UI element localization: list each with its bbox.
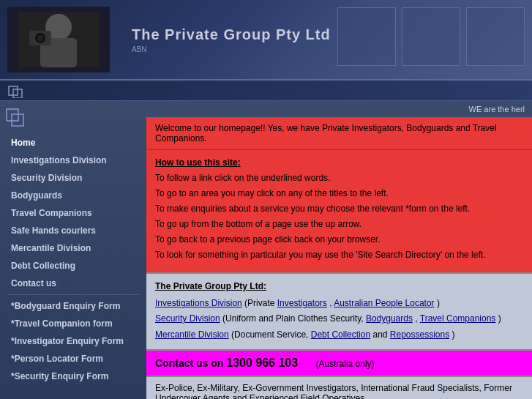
contact-label: Contact us on — [155, 357, 223, 369]
logo-image — [18, 12, 99, 67]
header-logo — [7, 7, 110, 72]
main-layout: Home Investigations Division Security Di… — [0, 101, 532, 399]
sidebar-item-investigator-form[interactable]: *Investigator Enquiry Form — [0, 332, 146, 350]
header-deco-box-2 — [402, 7, 460, 66]
links-mercantile: Mercantile Division (Document Service, D… — [155, 328, 523, 342]
link-mercantile-div[interactable]: Mercantile Division — [155, 329, 229, 340]
sidebar-item-bodyguard-form[interactable]: *Bodyguard Enquiry Form — [0, 297, 146, 315]
contact-section: Contact us on 1300 966 103 (Australia on… — [146, 351, 532, 377]
contact-phone: 1300 966 103 — [226, 357, 301, 369]
content-area: WE are the herl Welcome to our homepage!… — [146, 101, 532, 399]
sidebar-item-safe-hands[interactable]: Safe Hands couriers — [0, 222, 146, 239]
marquee-bar: WE are the herl — [146, 101, 532, 117]
marquee-text: WE are the herl — [469, 105, 525, 113]
sidebar-frame-deco — [6, 108, 141, 130]
footer-text: Ex-Police, Ex-Military, Ex-Government In… — [155, 383, 512, 399]
svg-rect-8 — [7, 109, 18, 121]
howto-line-3: To make enquiries about a service you ma… — [155, 202, 523, 215]
sidebar-item-security[interactable]: Security Division — [0, 169, 146, 187]
link-travel-companions[interactable]: Travel Companions — [420, 313, 496, 324]
sidebar-item-bodyguards[interactable]: Bodyguards — [0, 187, 146, 204]
links-section: The Private Group Pty Ltd: Investigation… — [146, 274, 532, 351]
link-people-locator[interactable]: Australian People Locator — [334, 298, 434, 308]
link-bodyguards[interactable]: Bodyguards — [366, 313, 413, 324]
nav-bar — [0, 81, 532, 101]
howto-line-4: To go up from the bottom of a page use t… — [155, 217, 523, 231]
links-investigations: Investigations Division (Private Investi… — [155, 297, 523, 310]
header-decorations — [337, 7, 525, 66]
links-security: Security Division (Uniform and Plain Clo… — [155, 312, 523, 326]
sidebar-divider — [7, 294, 139, 295]
sidebar-item-security-form[interactable]: *Security Enquiry Form — [0, 368, 146, 385]
sidebar-item-person-locator[interactable]: *Person Locator Form — [0, 350, 146, 368]
header-deco-box-3 — [466, 7, 525, 66]
svg-point-5 — [37, 35, 43, 41]
welcome-text: Welcome to our homepage!! Yes, we have P… — [155, 123, 497, 143]
footer-section: Ex-Police, Ex-Military, Ex-Government In… — [146, 377, 532, 399]
link-investigators[interactable]: Investigators — [277, 298, 327, 308]
howto-section: How to use this site: To follow a link c… — [146, 150, 532, 274]
link-debt-collection[interactable]: Debt Collection — [311, 329, 370, 340]
howto-title: How to use this site: — [155, 156, 523, 169]
sidebar-item-home[interactable]: Home — [0, 134, 146, 152]
sidebar-item-travel-form[interactable]: *Travel Companion form — [0, 315, 146, 332]
sidebar-item-travel-companions[interactable]: Travel Companions — [0, 204, 146, 222]
link-security-div[interactable]: Security Division — [155, 313, 220, 324]
sidebar-item-debt-collecting[interactable]: Debt Collecting — [0, 257, 146, 275]
howto-line-2: To go to an area you may click on any of… — [155, 187, 523, 200]
nav-decoration — [7, 83, 37, 98]
svg-rect-9 — [12, 114, 23, 126]
sidebar-item-mercantile[interactable]: Mercantile Division — [0, 239, 146, 257]
contact-note: (Australia only) — [316, 359, 375, 369]
header-deco-box-1 — [337, 7, 396, 66]
links-title: The Private Group Pty Ltd: — [155, 280, 523, 294]
link-investigations-div[interactable]: Investigations Division — [155, 298, 242, 308]
sidebar-item-contact[interactable]: Contact us — [0, 275, 146, 292]
header: The Private Group Pty Ltd ABN — [0, 0, 532, 81]
sidebar-item-investigations[interactable]: Investigations Division — [0, 152, 146, 169]
howto-line-6: To look for something in particular you … — [155, 248, 523, 261]
link-repossessions[interactable]: Repossessions — [390, 329, 449, 340]
howto-line-1: To follow a link click on the underlined… — [155, 171, 523, 184]
welcome-section: Welcome to our homepage!! Yes, we have P… — [146, 117, 532, 150]
howto-line-5: To go back to a previous page click back… — [155, 233, 523, 246]
sidebar: Home Investigations Division Security Di… — [0, 101, 146, 399]
